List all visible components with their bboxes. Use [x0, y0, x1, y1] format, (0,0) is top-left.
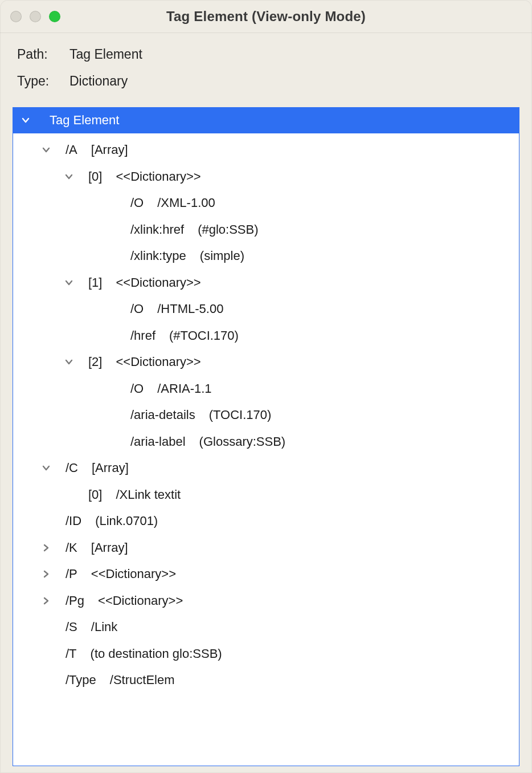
tree-row[interactable]: [0]<<Dictionary>>	[13, 164, 519, 190]
tree-row[interactable]: /O/XML-1.00	[13, 190, 519, 217]
tree-row-value: (Glossary:SSB)	[199, 434, 286, 449]
tree-row-key: /O	[130, 381, 144, 396]
meta-panel: Path: Tag Element Type: Dictionary	[0, 33, 532, 107]
tree-row-value: <<Dictionary>>	[116, 355, 200, 369]
tree-row-value: [Array]	[91, 540, 128, 555]
tree-row-value: (#TOCI.170)	[169, 328, 239, 343]
tree-row[interactable]: /xlink:href(#glo:SSB)	[13, 217, 519, 243]
tree-row-key: /C	[66, 461, 78, 475]
meta-path-label: Path:	[17, 47, 57, 62]
tree-row[interactable]: /K[Array]	[13, 535, 519, 562]
chevron-down-icon[interactable]	[62, 278, 76, 287]
tree-row[interactable]: /xlink:type(simple)	[13, 243, 519, 270]
tree-row-value: <<Dictionary>>	[116, 275, 200, 290]
tree-row-value: (to destination glo:SSB)	[91, 646, 222, 661]
window: Tag Element (View-only Mode) Path: Tag E…	[0, 0, 532, 773]
tree-row[interactable]: /aria-details(TOCI.170)	[13, 402, 519, 429]
tree-row-value: (TOCI.170)	[209, 408, 272, 422]
tree-row[interactable]: [0]/XLink textit	[13, 482, 519, 508]
tree-row-key: /aria-label	[130, 434, 186, 449]
chevron-down-icon[interactable]	[19, 116, 32, 125]
chevron-down-icon[interactable]	[39, 145, 53, 154]
meta-type-label: Type:	[17, 74, 57, 89]
tree-row-value: <<Dictionary>>	[116, 169, 200, 184]
zoom-button[interactable]	[49, 11, 60, 22]
chevron-right-icon[interactable]	[39, 543, 53, 552]
tree-row-value: [Array]	[92, 461, 129, 475]
tree-row-value: /StructElem	[110, 673, 175, 687]
tree-row-value: (simple)	[200, 249, 244, 263]
tree-row[interactable]: /O/HTML-5.00	[13, 296, 519, 323]
tree-row[interactable]: /aria-label(Glossary:SSB)	[13, 429, 519, 455]
tree-row-value: <<Dictionary>>	[91, 567, 176, 581]
tree-row-value: (Link.0701)	[95, 514, 158, 528]
tree-root-row[interactable]: Tag Element	[13, 107, 519, 133]
tree-row[interactable]: /S/Link	[13, 614, 519, 641]
tree-row-value: /XML-1.00	[157, 196, 215, 210]
tree-row-key: [0]	[88, 169, 102, 184]
tree-row[interactable]: /Type/StructElem	[13, 667, 519, 694]
tree-row[interactable]: /C[Array]	[13, 455, 519, 482]
window-controls	[10, 11, 60, 22]
tree-row-value: /XLink textit	[116, 487, 181, 502]
tree-row-key: /xlink:type	[130, 249, 186, 263]
tree-row[interactable]: /Pg<<Dictionary>>	[13, 588, 519, 615]
tree-root-label: Tag Element	[50, 113, 119, 128]
tree-row[interactable]: /O/ARIA-1.1	[13, 376, 519, 402]
chevron-right-icon[interactable]	[39, 596, 53, 605]
close-button[interactable]	[10, 11, 22, 22]
window-title: Tag Element (View-only Mode)	[0, 9, 532, 25]
tree-row-value: /Link	[91, 620, 117, 634]
tree-row-key: /Type	[66, 673, 96, 687]
tree-row[interactable]: /T(to destination glo:SSB)	[13, 641, 519, 668]
meta-type-value: Dictionary	[69, 74, 128, 89]
tree-row-key: /ID	[66, 514, 81, 528]
tree-row-value: <<Dictionary>>	[98, 593, 183, 608]
tree-row[interactable]: [1]<<Dictionary>>	[13, 270, 519, 296]
tree-row-key: /T	[66, 646, 77, 661]
chevron-right-icon[interactable]	[39, 569, 53, 579]
tree-row[interactable]: /ID(Link.0701)	[13, 508, 519, 535]
tree-row[interactable]: [2]<<Dictionary>>	[13, 349, 519, 376]
tree-row-key: /O	[130, 302, 144, 316]
tree-row-key: [2]	[88, 355, 102, 369]
meta-type-row: Type: Dictionary	[17, 74, 515, 89]
meta-path-value: Tag Element	[69, 47, 142, 62]
tree-row-key: [1]	[88, 275, 102, 290]
tree-row-key: /K	[66, 540, 77, 555]
chevron-down-icon[interactable]	[62, 172, 76, 181]
tree-row-value: /HTML-5.00	[157, 302, 223, 316]
tree-row-key: /P	[66, 567, 77, 581]
tree-row-key: /S	[66, 620, 77, 634]
tree-row[interactable]: /A[Array]	[13, 137, 519, 164]
chevron-down-icon[interactable]	[39, 463, 53, 473]
tree-view: Tag Element /A[Array][0]<<Dictionary>>/O…	[13, 107, 519, 766]
titlebar: Tag Element (View-only Mode)	[0, 0, 532, 33]
tree-row-key: /Pg	[66, 593, 84, 608]
tree-row[interactable]: /href(#TOCI.170)	[13, 323, 519, 349]
tree-row-value: (#glo:SSB)	[198, 222, 258, 237]
minimize-button[interactable]	[30, 11, 41, 22]
tree-row-value: [Array]	[91, 143, 128, 157]
meta-path-row: Path: Tag Element	[17, 47, 515, 62]
tree-row-key: [0]	[88, 487, 102, 502]
tree-row-key: /A	[66, 143, 77, 157]
tree-row[interactable]: /P<<Dictionary>>	[13, 561, 519, 588]
tree-rows: /A[Array][0]<<Dictionary>>/O/XML-1.00/xl…	[13, 133, 519, 694]
chevron-down-icon[interactable]	[62, 357, 76, 367]
tree-row-key: /O	[130, 196, 144, 210]
tree-row-value: /ARIA-1.1	[157, 381, 211, 396]
tree-row-key: /xlink:href	[130, 222, 184, 237]
tree-row-key: /href	[130, 328, 155, 343]
tree-row-key: /aria-details	[130, 408, 195, 422]
